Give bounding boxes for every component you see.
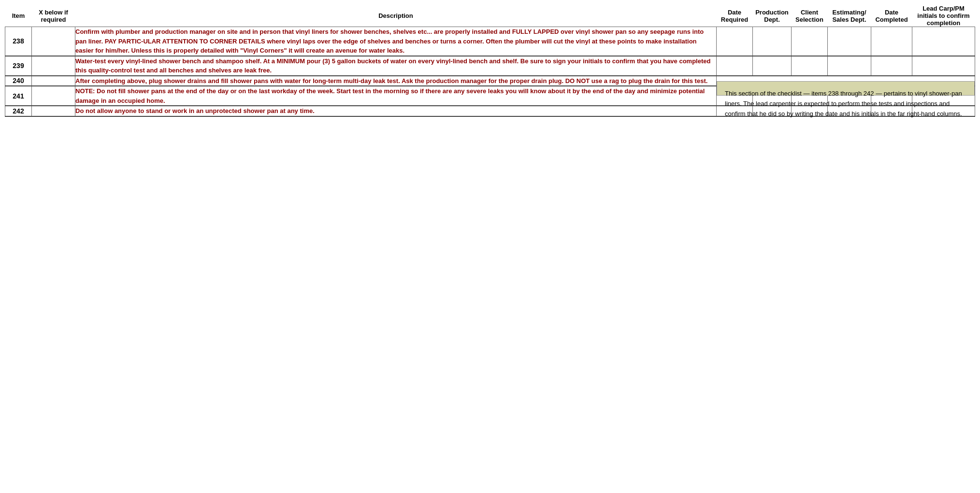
item-number-240: 240 (5, 76, 32, 86)
xbelow-238 (32, 27, 75, 56)
description-238: Confirm with plumber and production mana… (75, 27, 717, 56)
item-number-242: 242 (5, 106, 32, 116)
xbelow-240 (32, 76, 75, 86)
header-description: Description (75, 5, 717, 27)
header-estimating-sales: Estimating/ Sales Dept. (828, 5, 871, 27)
description-240: After completing above, plug shower drai… (75, 76, 717, 86)
item-number-241: 241 (5, 86, 32, 106)
item-number-239: 239 (5, 56, 32, 76)
production-dept-238 (753, 27, 792, 56)
table-row: 240 After completing above, plug shower … (5, 76, 975, 86)
tooltip-box: This section of the checklist — items 23… (717, 81, 975, 96)
estimating-sales-239 (828, 56, 871, 76)
xbelow-241 (32, 86, 75, 106)
client-selection-239 (792, 56, 828, 76)
header-lead-carp: Lead Carp/PM initials to confirm complet… (912, 5, 975, 27)
date-completed-239 (871, 56, 912, 76)
description-241: NOTE: Do not fill shower pans at the end… (75, 86, 717, 106)
xbelow-242 (32, 106, 75, 116)
date-required-239 (717, 56, 753, 76)
estimating-sales-238 (828, 27, 871, 56)
date-required-238 (717, 27, 753, 56)
xbelow-239 (32, 56, 75, 76)
table-row: 238 Confirm with plumber and production … (5, 27, 975, 56)
description-239: Water-test every vinyl-lined shower benc… (75, 56, 717, 76)
header-client-selection: Client Selection (792, 5, 828, 27)
production-dept-239 (753, 56, 792, 76)
checklist-table: Item X below if required Description Dat… (5, 5, 975, 117)
header-date-required: Date Required (717, 5, 753, 27)
header-xbelow: X below if required (32, 5, 75, 27)
description-242: Do not allow anyone to stand or work in … (75, 106, 717, 116)
item-number-238: 238 (5, 27, 32, 56)
lead-carp-238 (912, 27, 975, 56)
date-completed-238 (871, 27, 912, 56)
client-selection-238 (792, 27, 828, 56)
tooltip-container: This section of the checklist — items 23… (717, 76, 975, 86)
header-date-completed: Date Completed (871, 5, 912, 27)
header-item: Item (5, 5, 32, 27)
table-row: 239 Water-test every vinyl-lined shower … (5, 56, 975, 76)
lead-carp-239 (912, 56, 975, 76)
header-production-dept: Production Dept. (753, 5, 792, 27)
